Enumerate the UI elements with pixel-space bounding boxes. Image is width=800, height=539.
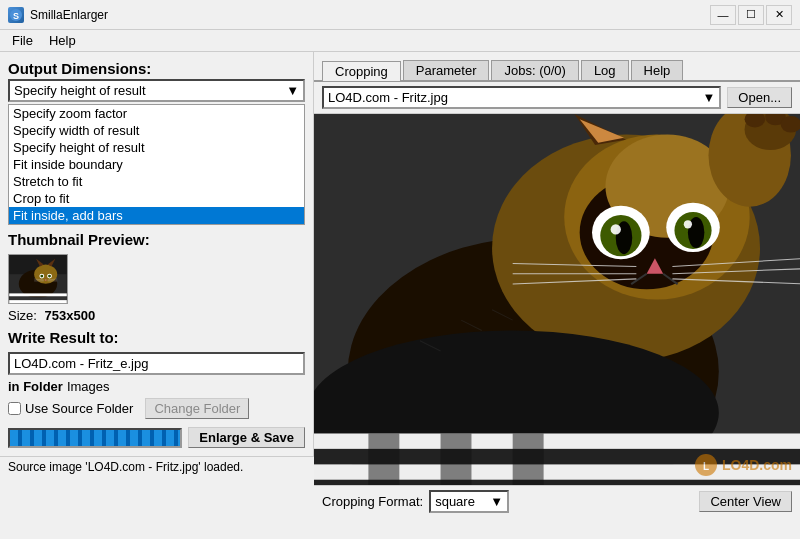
listbox-item-fit-inside[interactable]: Fit inside boundary	[9, 156, 304, 173]
main-layout: Output Dimensions: Specify height of res…	[0, 52, 800, 517]
write-result-title: Write Result to:	[8, 329, 305, 346]
tab-cropping[interactable]: Cropping	[322, 61, 401, 81]
output-dimensions-title: Output Dimensions:	[8, 60, 305, 77]
progress-fill	[10, 430, 180, 446]
svg-rect-58	[368, 433, 399, 485]
title-bar: S SmillaEnlarger — ☐ ✕	[0, 0, 800, 30]
svg-point-11	[48, 275, 51, 278]
file-path-dropdown[interactable]: LO4D.com - Fritz.jpg ▼	[322, 86, 721, 109]
svg-rect-17	[9, 293, 67, 296]
listbox-item-zoom[interactable]: Specify zoom factor	[9, 105, 304, 122]
status-bar: Source image 'LO4D.com - Fritz.jpg' load…	[0, 456, 314, 477]
thumbnail-title: Thumbnail Preview:	[8, 231, 305, 248]
action-row: Enlarge & Save	[8, 427, 305, 448]
window-controls: — ☐ ✕	[710, 5, 792, 25]
size-row: Size: 753x500	[8, 308, 305, 323]
image-area: L LO4D.com	[314, 114, 800, 485]
output-dimension-dropdown[interactable]: Specify height of result ▼	[8, 79, 305, 102]
app-icon: S	[8, 7, 24, 23]
svg-point-37	[611, 224, 621, 234]
cropping-format-label: Cropping Format:	[322, 494, 423, 509]
tab-log[interactable]: Log	[581, 60, 629, 80]
svg-rect-59	[441, 433, 472, 485]
listbox-item-fit-bars[interactable]: Fit inside, add bars	[9, 207, 304, 224]
filename-input[interactable]: LO4D.com - Fritz_e.jpg	[8, 352, 305, 375]
title-bar-left: S SmillaEnlarger	[8, 7, 108, 23]
format-value: square	[435, 494, 475, 509]
tab-jobs[interactable]: Jobs: (0/0)	[491, 60, 578, 80]
dimension-listbox[interactable]: Specify zoom factor Specify width of res…	[8, 104, 305, 225]
left-panel-wrapper: Output Dimensions: Specify height of res…	[0, 52, 314, 517]
svg-rect-60	[513, 433, 544, 485]
listbox-item-stretch[interactable]: Stretch to fit	[9, 173, 304, 190]
status-text: Source image 'LO4D.com - Fritz.jpg' load…	[8, 460, 243, 474]
center-view-button[interactable]: Center View	[699, 491, 792, 512]
dropdown-selected-value: Specify height of result	[14, 83, 146, 98]
folder-name: Images	[67, 379, 110, 394]
tab-parameter[interactable]: Parameter	[403, 60, 490, 80]
open-button[interactable]: Open...	[727, 87, 792, 108]
file-dropdown-arrow-icon: ▼	[702, 90, 715, 105]
write-result-section: Write Result to: LO4D.com - Fritz_e.jpg …	[8, 329, 305, 419]
size-value: 753x500	[45, 308, 96, 323]
svg-rect-19	[9, 300, 67, 303]
menu-bar: File Help	[0, 30, 800, 52]
svg-point-12	[45, 279, 47, 281]
output-dimensions-section: Output Dimensions: Specify height of res…	[8, 60, 305, 225]
tabs-bar: Cropping Parameter Jobs: (0/0) Log Help	[314, 52, 800, 82]
svg-point-38	[684, 220, 692, 228]
watermark: L LO4D.com	[694, 453, 792, 477]
close-button[interactable]: ✕	[766, 5, 792, 25]
in-folder-label: in Folder	[8, 379, 63, 394]
listbox-item-height[interactable]: Specify height of result	[9, 139, 304, 156]
bottom-toolbar: Cropping Format: square ▼ Center View	[314, 485, 800, 517]
change-folder-button[interactable]: Change Folder	[145, 398, 249, 419]
svg-rect-18	[9, 297, 67, 300]
enlarge-save-button[interactable]: Enlarge & Save	[188, 427, 305, 448]
listbox-item-crop[interactable]: Crop to fit	[9, 190, 304, 207]
listbox-item-width[interactable]: Specify width of result	[9, 122, 304, 139]
format-dropdown-arrow-icon: ▼	[490, 494, 503, 509]
minimize-button[interactable]: —	[710, 5, 736, 25]
source-folder-row: Use Source Folder Change Folder	[8, 398, 305, 419]
right-panel: Cropping Parameter Jobs: (0/0) Log Help …	[314, 52, 800, 517]
menu-help[interactable]: Help	[41, 32, 84, 49]
app-title: SmillaEnlarger	[30, 8, 108, 22]
menu-file[interactable]: File	[4, 32, 41, 49]
tab-help[interactable]: Help	[631, 60, 684, 80]
cropping-format-row: Cropping Format: square ▼	[322, 490, 509, 513]
thumbnail-section: Thumbnail Preview:	[8, 231, 305, 323]
toolbar-row: LO4D.com - Fritz.jpg ▼ Open...	[314, 82, 800, 114]
file-path-text: LO4D.com - Fritz.jpg	[328, 90, 448, 105]
size-label-text: Size:	[8, 308, 37, 323]
thumbnail-preview	[8, 254, 68, 304]
folder-row: in Folder Images	[8, 379, 305, 394]
use-source-folder-label: Use Source Folder	[25, 401, 133, 416]
svg-point-10	[40, 275, 43, 278]
use-source-folder-checkbox[interactable]	[8, 402, 21, 415]
maximize-button[interactable]: ☐	[738, 5, 764, 25]
svg-text:L: L	[703, 461, 709, 472]
dropdown-arrow-icon: ▼	[286, 83, 299, 98]
svg-text:S: S	[13, 11, 19, 21]
cropping-format-dropdown[interactable]: square ▼	[429, 490, 509, 513]
left-panel: Output Dimensions: Specify height of res…	[0, 52, 314, 456]
progress-bar	[8, 428, 182, 448]
